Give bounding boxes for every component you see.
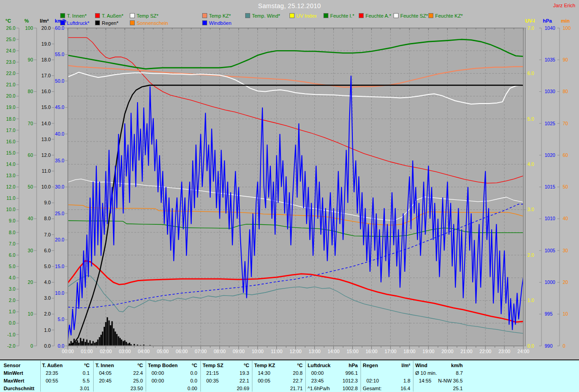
svg-text:04:00: 04:00 [138, 349, 150, 354]
svg-text:20:00: 20:00 [441, 349, 453, 354]
svg-text:90: 90 [563, 57, 568, 62]
table-separator [93, 361, 94, 392]
table-cell: 20.69 [203, 385, 249, 392]
svg-text:5.0: 5.0 [44, 264, 51, 269]
svg-text:1035: 1035 [545, 57, 555, 62]
svg-text:20.0: 20.0 [55, 237, 65, 242]
svg-text:6.0: 6.0 [44, 248, 51, 253]
weather-app-screen: Samstag, 25.12.2010 Jarz Erich T. Innen*… [0, 0, 579, 392]
table-separator [40, 361, 41, 392]
svg-text:20: 20 [563, 279, 568, 285]
svg-text:990: 990 [545, 343, 553, 349]
table-cell: 0.0 [148, 369, 197, 377]
svg-text:6.0: 6.0 [9, 252, 15, 258]
svg-text:5.0: 5.0 [57, 316, 64, 322]
svg-text:10.0: 10.0 [55, 290, 65, 296]
svg-text:16.0: 16.0 [6, 139, 16, 144]
svg-text:50: 50 [28, 184, 33, 189]
svg-text:7.0: 7.0 [44, 232, 51, 237]
svg-text:1010: 1010 [545, 216, 555, 221]
svg-text:14.0: 14.0 [6, 161, 16, 167]
svg-text:1000: 1000 [545, 279, 555, 285]
table-cell: 23.50 [95, 385, 143, 392]
svg-text:0: 0 [563, 343, 565, 349]
svg-text:3.0: 3.0 [527, 207, 534, 212]
svg-text:15:00: 15:00 [346, 349, 358, 354]
svg-text:1020: 1020 [545, 152, 555, 158]
svg-text:35.0: 35.0 [55, 158, 65, 163]
table-cell: 1012.3 [308, 377, 358, 384]
table-separator [413, 361, 413, 392]
svg-text:12:00: 12:00 [290, 349, 301, 354]
svg-text:02:00: 02:00 [100, 349, 112, 354]
weather-chart[interactable]: 26.025.024.023.022.021.020.019.018.017.0… [0, 0, 579, 359]
svg-text:7.0: 7.0 [527, 25, 534, 31]
svg-text:05:00: 05:00 [157, 349, 169, 354]
svg-text:7.0: 7.0 [9, 241, 15, 246]
stats-table: SensorMinWertMaxWertDurchschnittT. Außen… [0, 359, 579, 392]
svg-text:21:00: 21:00 [460, 349, 472, 354]
svg-text:11:00: 11:00 [271, 349, 283, 354]
table-separator [361, 361, 361, 392]
table-cell: 1.8 [363, 377, 410, 384]
svg-text:22:00: 22:00 [479, 349, 491, 354]
table-separator [252, 361, 252, 392]
table-cell: 0.1 [42, 369, 90, 377]
svg-text:-2.0: -2.0 [7, 343, 15, 349]
table-separator [146, 361, 146, 392]
table-cell: 25.0 [95, 377, 143, 384]
svg-text:8.0: 8.0 [44, 216, 51, 221]
table-cell: MaxWert [4, 377, 24, 384]
table-cell: 16.4 [363, 385, 410, 392]
table-separator [305, 361, 306, 392]
svg-text:24:00: 24:00 [517, 349, 529, 354]
svg-text:23.0: 23.0 [6, 59, 16, 65]
table-cell: km/h [415, 362, 463, 369]
svg-text:2.0: 2.0 [527, 252, 534, 258]
svg-text:8.0: 8.0 [9, 230, 15, 235]
svg-text:6.0: 6.0 [527, 71, 534, 76]
axis-min: 1009080706050403020100 [557, 25, 571, 349]
svg-text:55.0: 55.0 [55, 52, 65, 57]
svg-text:26.0: 26.0 [6, 25, 16, 31]
svg-text:18:00: 18:00 [403, 349, 415, 354]
svg-text:19.0: 19.0 [6, 104, 16, 110]
table-cell: 8.7 [415, 369, 463, 377]
svg-text:13.0: 13.0 [42, 137, 51, 142]
svg-text:50.0: 50.0 [55, 78, 65, 84]
svg-text:1005: 1005 [545, 248, 555, 253]
svg-text:90: 90 [28, 57, 33, 62]
svg-text:12.0: 12.0 [42, 152, 51, 158]
svg-text:80: 80 [563, 89, 568, 94]
svg-text:15.0: 15.0 [55, 264, 65, 269]
svg-text:22.0: 22.0 [6, 71, 16, 76]
table-cell: hPa [308, 362, 358, 369]
svg-text:08:00: 08:00 [214, 349, 226, 354]
svg-text:19.0: 19.0 [42, 41, 51, 47]
svg-text:16:00: 16:00 [365, 349, 377, 354]
svg-text:1.0: 1.0 [44, 327, 51, 333]
svg-text:00:00: 00:00 [62, 349, 74, 354]
svg-text:0: 0 [30, 343, 33, 349]
svg-text:0.0: 0.0 [57, 343, 64, 349]
table-cell: 0.0 [148, 377, 197, 384]
svg-text:11.0: 11.0 [6, 195, 15, 201]
table-cell: 20.8 [254, 369, 303, 377]
table-cell: MinWert [4, 369, 23, 377]
table-cell: 0.00 [148, 385, 197, 392]
svg-text:40: 40 [563, 216, 568, 221]
svg-text:03:00: 03:00 [119, 349, 131, 354]
svg-text:10: 10 [563, 311, 568, 316]
svg-text:09:00: 09:00 [233, 349, 244, 354]
svg-text:100: 100 [25, 25, 33, 31]
svg-text:80: 80 [28, 89, 33, 94]
table-cell: 5.5 [42, 377, 90, 384]
svg-text:60: 60 [563, 152, 568, 158]
svg-text:19:00: 19:00 [422, 349, 434, 354]
svg-text:4.0: 4.0 [527, 161, 534, 167]
table-cell: °C [203, 362, 249, 369]
svg-text:70: 70 [28, 121, 33, 126]
table-cell: 22.4 [95, 369, 143, 377]
svg-text:17.0: 17.0 [42, 73, 51, 78]
table-cell: 22.1 [203, 377, 249, 384]
